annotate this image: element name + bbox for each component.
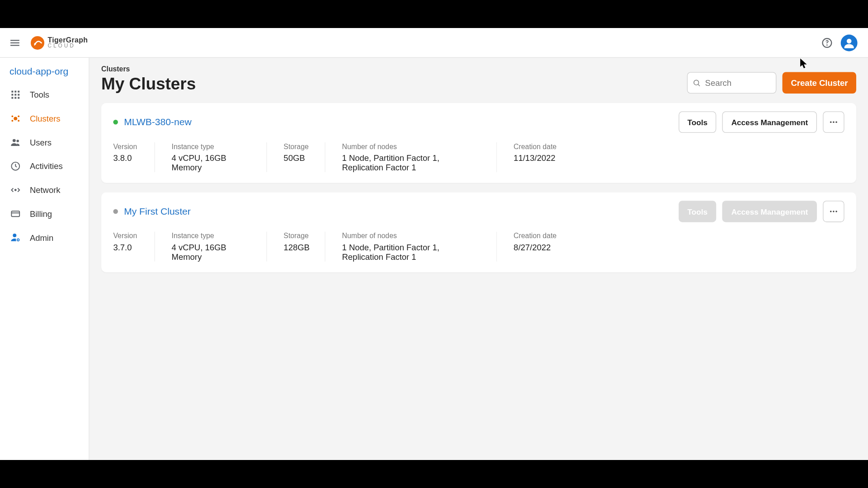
account-button[interactable] [841,34,858,51]
create-cluster-button[interactable]: Create Cluster [783,72,856,94]
svg-point-28 [830,121,832,123]
svg-point-19 [16,140,19,142]
user-avatar-icon [842,35,856,50]
label-version: Version [113,142,137,150]
cluster-access-management-button[interactable]: Access Management [722,112,817,133]
svg-point-33 [835,211,837,212]
cluster-access-management-button: Access Management [722,201,817,222]
svg-rect-10 [11,97,13,99]
svg-rect-7 [11,94,13,96]
svg-point-21 [15,189,16,191]
svg-point-31 [830,211,832,212]
value-storage: 50GB [283,153,308,163]
svg-rect-4 [11,91,13,93]
svg-rect-12 [18,97,19,99]
sidebar-item-users[interactable]: Users [0,131,89,155]
tigergraph-logo-icon [30,35,45,50]
value-creation-date: 8/27/2022 [514,242,562,252]
sidebar-item-label: Users [30,138,52,147]
value-instance-type: 4 vCPU, 16GB Memory [172,153,250,172]
sidebar-item-billing[interactable]: Billing [0,202,89,226]
cluster-icon [9,113,21,124]
svg-rect-6 [18,91,19,93]
svg-point-1 [34,42,36,44]
value-version: 3.7.0 [113,242,137,252]
cluster-more-button[interactable] [823,112,844,133]
svg-point-16 [11,120,13,122]
apps-icon [9,89,21,100]
users-icon [9,136,21,148]
label-storage: Storage [283,232,308,240]
svg-rect-22 [11,211,19,216]
cluster-name-link[interactable]: MLWB-380-new [124,117,192,127]
admin-icon [9,232,21,244]
credit-card-icon [9,208,21,220]
svg-point-0 [31,36,44,49]
sidebar-item-activities[interactable]: Activities [0,154,89,178]
status-indicator-running [113,120,118,125]
org-name[interactable]: cloud-app-org [0,66,89,83]
svg-point-29 [833,121,835,123]
search-input[interactable] [705,78,771,88]
svg-point-15 [18,115,19,117]
brand-subtitle: CLOUD [47,43,88,49]
sidebar-item-label: Activities [30,161,63,171]
sidebar-item-tools[interactable]: Tools [0,83,89,107]
label-nodes: Number of nodes [342,142,480,150]
cluster-card: MLWB-380-new Tools Access Management Ver… [101,103,856,183]
svg-rect-9 [18,94,19,96]
value-creation-date: 11/13/2022 [514,153,562,163]
brand-logo[interactable]: TigerGraph CLOUD [30,35,88,50]
svg-point-26 [694,80,699,85]
value-version: 3.8.0 [113,153,137,163]
sidebar-item-label: Network [30,185,61,195]
help-button[interactable] [821,36,834,49]
help-icon [821,37,833,48]
value-nodes: 1 Node, Partition Factor 1, Replication … [342,153,480,172]
label-version: Version [113,232,137,240]
svg-point-30 [835,121,837,123]
svg-rect-8 [14,94,16,96]
cluster-more-button[interactable] [823,201,844,222]
breadcrumb[interactable]: Clusters [101,65,196,73]
svg-point-32 [833,211,835,212]
page-title: My Clusters [101,75,196,94]
label-creation-date: Creation date [514,142,562,150]
svg-line-27 [698,84,700,86]
cluster-tools-button: Tools [679,201,717,222]
svg-point-18 [13,139,16,142]
svg-point-14 [11,115,13,117]
label-creation-date: Creation date [514,232,562,240]
menu-toggle-button[interactable] [6,34,24,52]
label-instance-type: Instance type [172,232,250,240]
value-instance-type: 4 vCPU, 16GB Memory [172,242,250,261]
search-icon [693,78,702,87]
sidebar-item-network[interactable]: Network [0,178,89,202]
more-horizontal-icon [829,206,838,216]
more-horizontal-icon [829,117,838,127]
cluster-name-link[interactable]: My First Cluster [124,206,191,217]
cluster-card: My First Cluster Tools Access Management… [101,192,856,272]
svg-point-17 [18,120,19,122]
hamburger-icon [9,37,21,48]
value-nodes: 1 Node, Partition Factor 1, Replication … [342,242,480,261]
sidebar-item-label: Tools [30,90,49,99]
svg-rect-5 [14,91,16,93]
sidebar-item-label: Clusters [30,114,61,123]
cluster-tools-button[interactable]: Tools [679,112,717,133]
status-indicator-stopped [113,209,118,214]
main-content: Clusters My Clusters Create Cluster ML [90,58,868,460]
svg-point-3 [847,38,852,43]
search-box[interactable] [687,72,777,94]
sidebar-item-clusters[interactable]: Clusters [0,107,89,131]
sidebar-item-admin[interactable]: Admin [0,226,89,250]
svg-point-24 [13,234,16,237]
sidebar-item-label: Admin [30,233,53,242]
value-storage: 128GB [283,242,308,252]
topbar: TigerGraph CLOUD [0,28,868,58]
clock-icon [9,160,21,172]
sidebar: cloud-app-org Tools Clusters Users Activ… [0,58,90,460]
brand-name: TigerGraph [47,36,88,43]
network-icon [9,184,21,196]
svg-point-13 [14,117,17,120]
